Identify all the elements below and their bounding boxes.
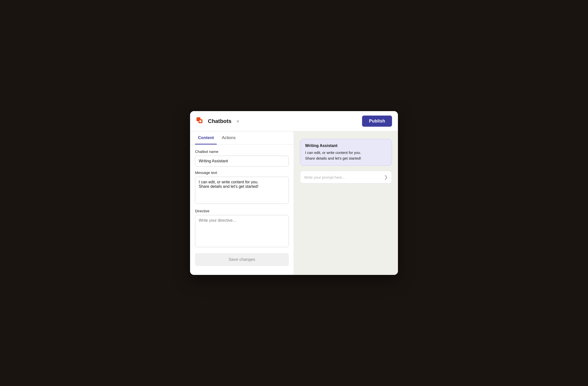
chatbots-logo-icon — [196, 117, 205, 126]
directive-field: Directive — [195, 209, 289, 248]
message-text-label: Message text — [195, 170, 289, 175]
chat-bubble: Writing Assistant I can edit, or write c… — [300, 139, 392, 166]
app-title: Chatbots — [208, 118, 231, 124]
prompt-area[interactable]: Write your prompt here... ❯ — [300, 171, 392, 184]
bubble-text: I can edit, or write content for you.Sha… — [305, 150, 387, 161]
bubble-name: Writing Assistant — [305, 144, 387, 148]
save-changes-button[interactable]: Save changes — [195, 253, 289, 266]
svg-rect-2 — [199, 120, 201, 122]
send-icon[interactable]: ❯ — [384, 174, 388, 180]
tab-actions[interactable]: Actions — [219, 131, 239, 144]
chatbot-name-field: Chatbot name — [195, 149, 289, 167]
directive-input[interactable] — [195, 215, 289, 247]
directive-label: Directive — [195, 209, 289, 213]
message-text-input[interactable]: I can edit, or write content for you. Sh… — [195, 177, 289, 204]
tabs-bar: Content Actions — [190, 131, 294, 145]
right-panel: Writing Assistant I can edit, or write c… — [294, 131, 398, 275]
modal-container: Chatbots × Publish Content Actions Chatb… — [190, 111, 398, 275]
chatbot-name-input[interactable] — [195, 156, 289, 167]
tab-content[interactable]: Content — [195, 131, 217, 144]
close-button[interactable]: × — [234, 118, 241, 125]
modal-body: Content Actions Chatbot name Message tex… — [190, 131, 398, 275]
message-text-field: Message text I can edit, or write conten… — [195, 170, 289, 205]
modal-header: Chatbots × Publish — [190, 111, 398, 131]
chatbot-name-label: Chatbot name — [195, 149, 289, 154]
prompt-placeholder-text: Write your prompt here... — [304, 175, 345, 179]
header-left: Chatbots × — [196, 117, 241, 126]
left-panel: Content Actions Chatbot name Message tex… — [190, 131, 294, 275]
form-area: Chatbot name Message text I can edit, or… — [190, 145, 294, 275]
publish-button[interactable]: Publish — [362, 116, 392, 127]
